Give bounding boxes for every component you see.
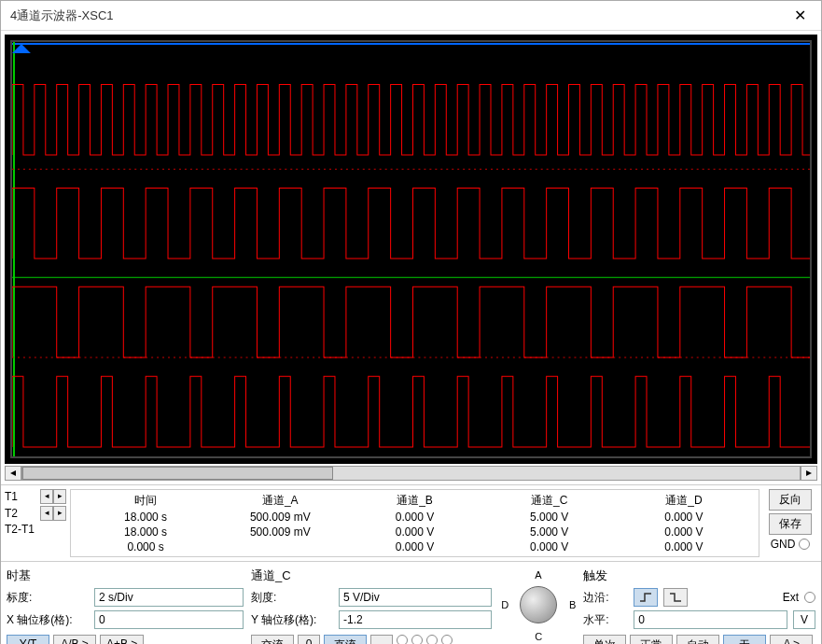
cell: 500.009 mV <box>213 525 347 539</box>
timebase-title: 时基 <box>7 567 244 584</box>
t2t1-label: T2-T1 <box>5 523 38 536</box>
channel-title: 通道_C <box>251 567 492 584</box>
dial-b-label: B <box>569 599 576 610</box>
cell: 0.000 V <box>617 510 751 525</box>
ch-radio-1[interactable] <box>397 635 408 644</box>
tb-xpos-label: X 轴位移(格): <box>7 612 89 628</box>
cell: 18.000 s <box>78 510 213 525</box>
dial-d-label: D <box>501 599 509 610</box>
tb-xpos-input[interactable] <box>94 610 244 629</box>
ch-radio-4[interactable] <box>441 635 453 644</box>
ab-button[interactable]: A/B > <box>53 635 96 644</box>
ext-radio[interactable] <box>804 592 815 603</box>
channel-dial: A B C D <box>501 567 576 642</box>
col-ch-a: 通道_A <box>213 492 347 510</box>
scroll-thumb[interactable] <box>22 467 333 480</box>
cell: 18.000 s <box>78 525 213 539</box>
cell: 0.000 V <box>347 525 481 539</box>
t1-right-button[interactable]: ▸ <box>53 489 66 504</box>
scope-area: ◂ ▸ <box>1 31 821 484</box>
aplusb-button[interactable]: A+B > <box>100 635 144 644</box>
none-button[interactable]: 无 <box>723 635 766 644</box>
ch-scale-label: 刻度: <box>251 590 333 606</box>
minus-button[interactable]: - <box>370 635 393 644</box>
trigger-title: 触发 <box>583 567 815 584</box>
t1-left-button[interactable]: ◂ <box>40 489 53 504</box>
dial-a-label: A <box>535 569 541 581</box>
agt-button[interactable]: A > <box>770 635 813 644</box>
level-unit: V <box>793 610 815 629</box>
ext-label: Ext <box>783 591 799 604</box>
falling-edge-button[interactable] <box>663 588 688 607</box>
cell: 0.000 s <box>78 539 213 554</box>
tb-scale-label: 标度: <box>7 590 89 606</box>
ch-ypos-input[interactable] <box>339 610 492 629</box>
cell: 500.009 mV <box>213 510 347 525</box>
dial-knob[interactable] <box>520 586 557 623</box>
channel-group: 通道_C 刻度: 5 V/Div Y 轴位移(格): 交流 0 直流 - <box>251 567 576 644</box>
col-ch-d: 通道_D <box>617 492 751 510</box>
scope-frame <box>5 35 817 464</box>
titlebar: 4通道示波器-XSC1 ✕ <box>1 1 821 31</box>
t2-left-button[interactable]: ◂ <box>40 506 53 521</box>
cell: 5.000 V <box>482 525 617 539</box>
cell: 0.000 V <box>347 539 481 554</box>
scroll-right-icon[interactable]: ▸ <box>801 466 817 481</box>
trigger-group: 触发 边沿: Ext 水平: V 单次 正常 自动 无 A > E t <box>583 567 815 644</box>
yt-button[interactable]: Y/T <box>7 635 49 644</box>
gnd-label: GND <box>771 538 796 551</box>
reverse-button[interactable]: 反向 <box>769 489 812 511</box>
side-buttons: 反向 保存 GND <box>763 489 817 557</box>
ch-radio-3[interactable] <box>426 635 438 644</box>
col-time: 时间 <box>78 492 213 510</box>
dc-button[interactable]: 直流 <box>324 635 367 644</box>
oscilloscope-window: 4通道示波器-XSC1 ✕ <box>0 0 822 644</box>
zero-button[interactable]: 0 <box>298 635 320 644</box>
scroll-track[interactable] <box>21 466 801 481</box>
t1-label: T1 <box>5 490 38 503</box>
ch-scale-input[interactable]: 5 V/Div <box>339 588 492 607</box>
dial-c-label: C <box>535 631 542 642</box>
readout-panel: T1 ◂▸ T2 ◂▸ T2-T1 时间 通道_A 通道_B 通道_C 通道_D… <box>1 484 821 561</box>
window-title: 4通道示波器-XSC1 <box>10 7 114 24</box>
cursor-controls: T1 ◂▸ T2 ◂▸ T2-T1 <box>5 489 66 557</box>
rising-edge-button[interactable] <box>634 588 658 607</box>
ch-radio-2[interactable] <box>411 635 423 644</box>
readout-table: 时间 通道_A 通道_B 通道_C 通道_D 18.000 s 500.009 … <box>70 489 759 557</box>
level-input[interactable] <box>634 610 787 629</box>
edge-label: 边沿: <box>583 590 628 606</box>
col-ch-c: 通道_C <box>482 492 617 510</box>
cell: 0.000 V <box>482 539 617 554</box>
t2-label: T2 <box>5 507 38 520</box>
t2-right-button[interactable]: ▸ <box>53 506 66 521</box>
tb-scale-input[interactable]: 2 s/Div <box>94 588 244 607</box>
cell: 0.000 V <box>617 539 751 554</box>
save-button[interactable]: 保存 <box>769 513 812 535</box>
cell: 0.000 V <box>617 525 751 539</box>
cell <box>213 539 347 554</box>
timebase-group: 时基 标度: 2 s/Div X 轴位移(格): Y/T A/B > A+B > <box>7 567 244 644</box>
normal-button[interactable]: 正常 <box>630 635 673 644</box>
ch-ypos-label: Y 轴位移(格): <box>251 612 333 628</box>
cell: 0.000 V <box>347 510 481 525</box>
scroll-left-icon[interactable]: ◂ <box>5 466 21 481</box>
col-ch-b: 通道_B <box>347 492 481 510</box>
single-button[interactable]: 单次 <box>583 635 626 644</box>
gnd-radio[interactable] <box>799 539 810 550</box>
waveform-canvas <box>12 42 810 456</box>
ac-button[interactable]: 交流 <box>251 635 294 644</box>
cell: 5.000 V <box>482 510 617 525</box>
horizontal-scrollbar[interactable]: ◂ ▸ <box>5 466 817 481</box>
auto-button[interactable]: 自动 <box>676 635 719 644</box>
level-label: 水平: <box>583 612 628 628</box>
control-panel: 时基 标度: 2 s/Div X 轴位移(格): Y/T A/B > A+B >… <box>1 561 821 644</box>
scope-display[interactable] <box>10 40 812 458</box>
close-icon[interactable]: ✕ <box>788 7 812 24</box>
